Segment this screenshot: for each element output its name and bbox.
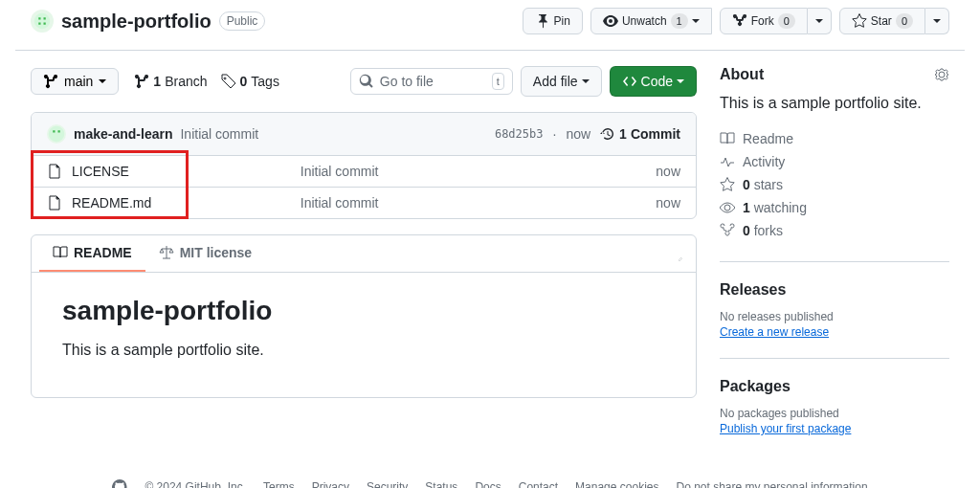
publish-package-link[interactable]: Publish your first package (720, 422, 851, 435)
visibility-badge: Public (219, 11, 266, 31)
footer-link[interactable]: Privacy (312, 480, 349, 488)
packages-heading: Packages (720, 378, 949, 395)
create-release-link[interactable]: Create a new release (720, 325, 829, 339)
svg-point-0 (34, 13, 51, 30)
add-file-button[interactable]: Add file (521, 66, 602, 97)
unwatch-button[interactable]: Unwatch 1 (590, 8, 712, 34)
star-icon (720, 177, 735, 192)
commit-author-avatar[interactable] (47, 124, 66, 144)
fork-icon (732, 13, 747, 29)
fork-menu-button[interactable] (808, 8, 832, 34)
chevron-down-icon (99, 79, 106, 87)
github-logo-icon[interactable] (112, 479, 127, 488)
tags-link[interactable]: 0 Tags (221, 74, 279, 89)
history-icon (600, 126, 615, 142)
footer-copyright: © 2024 GitHub, Inc. (145, 480, 246, 488)
watchers-link[interactable]: 1 watching (743, 200, 807, 215)
fork-button[interactable]: Fork 0 (720, 8, 808, 34)
footer-link[interactable]: Status (425, 480, 457, 488)
eye-icon (603, 13, 618, 29)
repo-description: This is a sample portfolio site. (720, 95, 949, 112)
tab-readme[interactable]: README (39, 235, 145, 272)
footer-link[interactable]: Terms (263, 480, 295, 488)
gear-icon[interactable] (934, 67, 949, 82)
footer-link[interactable]: Manage cookies (575, 480, 658, 488)
star-button[interactable]: Star 0 (839, 8, 925, 34)
commits-link[interactable]: 1 Commit (600, 126, 680, 142)
eye-icon (720, 200, 735, 215)
code-icon (622, 74, 637, 89)
pulse-icon (720, 154, 735, 169)
search-icon (359, 74, 374, 89)
readme-link[interactable]: Readme (743, 131, 793, 146)
branch-icon (134, 74, 149, 89)
star-menu-button[interactable] (925, 8, 949, 34)
file-commit-message[interactable]: Initial commit (301, 164, 604, 179)
fork-icon (720, 223, 735, 238)
pin-icon (535, 13, 550, 29)
repo-name[interactable]: sample-portfolio (61, 11, 212, 33)
law-icon (159, 245, 174, 260)
pin-button[interactable]: Pin (523, 8, 583, 34)
forks-link[interactable]: 0 forks (743, 223, 783, 238)
svg-rect-3 (38, 23, 40, 25)
branch-icon (43, 74, 58, 89)
go-to-file-input[interactable]: Go to file t (350, 68, 513, 95)
footer-link[interactable]: Contact (519, 480, 558, 488)
edit-readme-button[interactable] (673, 246, 688, 261)
book-icon (53, 245, 68, 260)
chevron-down-icon (815, 19, 823, 27)
chevron-down-icon (933, 19, 941, 27)
commit-message[interactable]: Initial commit (180, 126, 258, 142)
book-icon (720, 131, 735, 146)
file-time: now (604, 164, 680, 179)
commit-author[interactable]: make-and-learn (74, 126, 172, 142)
commit-time: now (566, 126, 590, 142)
svg-rect-6 (53, 130, 55, 132)
releases-heading: Releases (720, 281, 949, 299)
chevron-down-icon (582, 79, 590, 87)
annotation-highlight (31, 150, 189, 219)
about-heading: About (720, 66, 764, 83)
packages-empty: No packages published (720, 407, 949, 420)
svg-rect-4 (44, 23, 46, 25)
svg-rect-7 (58, 130, 60, 132)
chevron-down-icon (692, 19, 700, 27)
branch-select[interactable]: main (31, 68, 119, 95)
stars-link[interactable]: 0 stars (743, 177, 783, 192)
activity-link[interactable]: Activity (743, 154, 785, 169)
tab-license[interactable]: MIT license (145, 235, 265, 272)
footer-link[interactable]: Do not share my personal information (676, 480, 867, 488)
code-button[interactable]: Code (610, 66, 697, 97)
footer-link[interactable]: Docs (475, 480, 501, 488)
star-icon (852, 13, 867, 29)
file-time: now (604, 195, 680, 211)
owner-avatar[interactable] (31, 10, 54, 33)
tag-icon (221, 74, 236, 89)
svg-rect-2 (44, 17, 46, 19)
svg-rect-1 (38, 17, 40, 19)
releases-empty: No releases published (720, 310, 949, 323)
svg-point-5 (49, 126, 65, 143)
chevron-down-icon (677, 79, 684, 87)
commit-sha[interactable]: 68d25b3 (495, 127, 544, 141)
branches-link[interactable]: 1 Branch (134, 74, 207, 89)
readme-title: sample-portfolio (62, 296, 665, 326)
readme-text: This is a sample portfolio site. (62, 342, 665, 359)
file-commit-message[interactable]: Initial commit (301, 195, 604, 211)
footer-link[interactable]: Security (367, 480, 408, 488)
